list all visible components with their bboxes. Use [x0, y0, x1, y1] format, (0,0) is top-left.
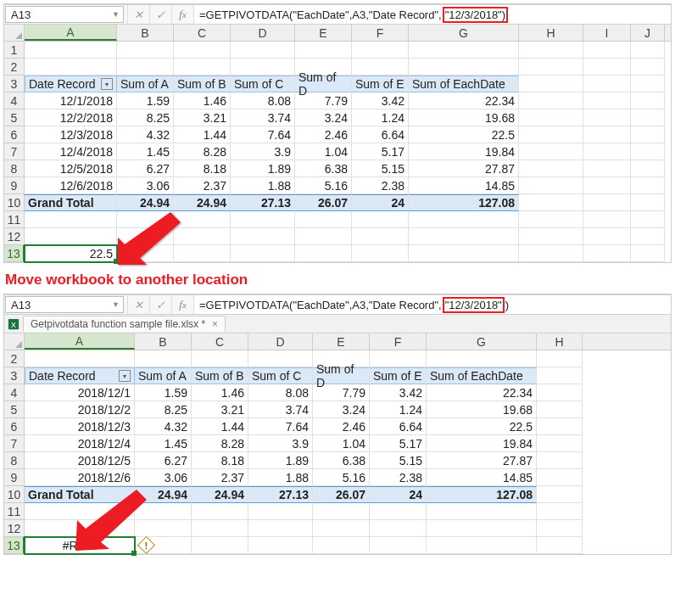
cell[interactable]: 3.42	[352, 92, 409, 109]
column-header[interactable]: A	[25, 25, 117, 41]
column-header[interactable]: H	[519, 25, 583, 41]
column-header[interactable]: B	[135, 333, 192, 350]
cell[interactable]: 5.17	[352, 143, 409, 160]
cell[interactable]: 2.46	[313, 418, 370, 435]
cell[interactable]: 12/5/2018	[25, 160, 117, 177]
cell[interactable]	[135, 350, 192, 367]
column-header[interactable]: I	[583, 25, 631, 41]
cell[interactable]	[409, 228, 519, 245]
pivot-header[interactable]: Sum of EachDate	[427, 367, 537, 384]
cell[interactable]	[248, 520, 313, 537]
cell[interactable]: 4.32	[135, 418, 192, 435]
row-header[interactable]: 11	[4, 211, 25, 228]
cell[interactable]	[352, 42, 409, 59]
cell[interactable]: 1.24	[352, 109, 409, 126]
cell[interactable]	[537, 435, 583, 452]
row-header[interactable]: 4	[4, 384, 25, 401]
cell[interactable]: 8.28	[174, 143, 231, 160]
cell[interactable]: 12/1/2018	[25, 92, 117, 109]
confirm-icon[interactable]: ✓	[150, 5, 172, 24]
cell[interactable]: 24	[370, 486, 427, 503]
close-icon[interactable]: ×	[212, 318, 218, 330]
formula-input[interactable]: =GETPIVOTDATA("EachDate",A3,"Date Record…	[194, 295, 671, 314]
column-header[interactable]: D	[231, 25, 295, 41]
cell[interactable]	[295, 42, 352, 59]
cell[interactable]: 8.08	[231, 92, 295, 109]
cell[interactable]: 1.45	[135, 435, 192, 452]
cell[interactable]	[583, 211, 631, 228]
cell[interactable]: 7.79	[295, 92, 352, 109]
spreadsheet-grid[interactable]: A B C D E F G H 2 3 Date Record▾ Sum of …	[4, 333, 671, 554]
cell[interactable]	[537, 401, 583, 418]
cell[interactable]	[25, 211, 117, 228]
cell[interactable]	[583, 194, 631, 211]
cell[interactable]: 127.08	[409, 194, 519, 211]
cell[interactable]: 1.88	[248, 469, 313, 486]
cell[interactable]: 14.85	[427, 469, 537, 486]
cell[interactable]: 8.08	[248, 384, 313, 401]
row-header[interactable]: 3	[4, 76, 25, 92]
cell[interactable]	[117, 42, 174, 59]
confirm-icon[interactable]: ✓	[150, 295, 172, 314]
cell[interactable]: 6.38	[313, 452, 370, 469]
cell[interactable]	[313, 537, 370, 554]
pivot-header[interactable]: Sum of A	[117, 76, 174, 92]
cell[interactable]: 7.79	[313, 384, 370, 401]
cell[interactable]	[427, 503, 537, 520]
row-header[interactable]: 7	[4, 435, 25, 452]
cell[interactable]: 2.37	[192, 469, 248, 486]
row-header[interactable]: 2	[4, 59, 25, 76]
cell[interactable]: 22.5	[427, 418, 537, 435]
grand-total-label[interactable]: Grand Total	[25, 194, 117, 211]
cell[interactable]	[519, 76, 583, 92]
cell[interactable]	[583, 59, 631, 76]
row-header[interactable]: 10	[4, 194, 25, 211]
cell[interactable]: 6.64	[370, 418, 427, 435]
cell[interactable]	[519, 245, 583, 262]
pivot-header[interactable]: Sum of E	[352, 76, 409, 92]
column-header[interactable]: G	[427, 333, 537, 350]
cell[interactable]: 2018/12/1	[25, 384, 135, 401]
cell[interactable]: 4.32	[117, 126, 174, 143]
selected-cell[interactable]: #REF! !	[25, 537, 135, 554]
cell[interactable]	[631, 109, 665, 126]
cell[interactable]	[519, 92, 583, 109]
cell[interactable]: 1.04	[295, 143, 352, 160]
cell[interactable]	[352, 211, 409, 228]
row-header[interactable]: 10	[4, 486, 25, 503]
row-header[interactable]: 4	[4, 92, 25, 109]
row-header[interactable]: 3	[4, 367, 25, 384]
cell[interactable]: 3.21	[174, 109, 231, 126]
row-header[interactable]: 13	[4, 245, 25, 262]
cell[interactable]	[352, 228, 409, 245]
row-header[interactable]: 9	[4, 469, 25, 486]
cell[interactable]: 6.64	[352, 126, 409, 143]
cell[interactable]	[631, 92, 665, 109]
cell[interactable]: 3.24	[295, 109, 352, 126]
cell[interactable]	[117, 59, 174, 76]
cell[interactable]	[583, 92, 631, 109]
pivot-header[interactable]: Sum of B	[174, 76, 231, 92]
cell[interactable]	[631, 76, 665, 92]
cell[interactable]	[583, 42, 631, 59]
cell[interactable]: 3.9	[248, 435, 313, 452]
cell[interactable]: 3.06	[135, 469, 192, 486]
row-header[interactable]: 13	[4, 537, 25, 554]
cell[interactable]	[192, 537, 248, 554]
cell[interactable]	[352, 245, 409, 262]
cell[interactable]: 5.16	[313, 469, 370, 486]
formula-input[interactable]: =GETPIVOTDATA("EachDate",A3,"Date Record…	[194, 5, 671, 24]
cell[interactable]: 19.68	[427, 401, 537, 418]
name-box[interactable]: A13 ▼	[5, 296, 124, 313]
cell[interactable]	[427, 537, 537, 554]
cell[interactable]: 19.68	[409, 109, 519, 126]
cell[interactable]: 5.15	[370, 452, 427, 469]
cell[interactable]	[537, 452, 583, 469]
cell[interactable]: 3.06	[117, 177, 174, 194]
cell[interactable]	[427, 520, 537, 537]
cell[interactable]	[25, 228, 117, 245]
cell[interactable]: 5.17	[370, 435, 427, 452]
cell[interactable]: 3.74	[231, 109, 295, 126]
row-header[interactable]: 11	[4, 503, 25, 520]
row-header[interactable]: 5	[4, 401, 25, 418]
